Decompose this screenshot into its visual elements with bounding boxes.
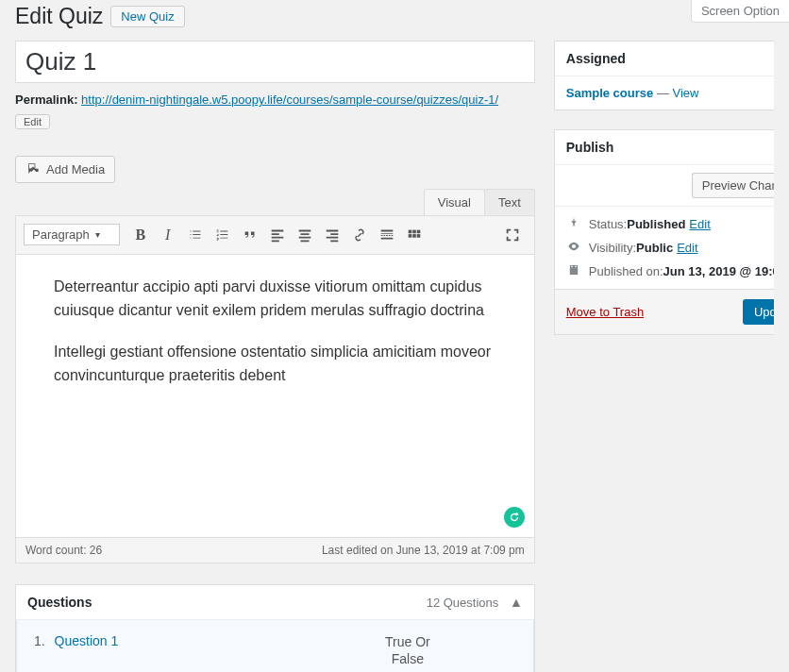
edit-visibility-link[interactable]: Edit — [677, 241, 697, 255]
bold-button[interactable]: B — [127, 222, 154, 248]
status-label: Status: — [589, 217, 627, 231]
preview-button[interactable]: Preview Chan — [692, 173, 774, 198]
assigned-course-link[interactable]: Sample course — [566, 86, 654, 100]
align-center-button[interactable] — [292, 222, 318, 248]
add-media-button[interactable]: Add Media — [15, 156, 115, 183]
update-button[interactable]: Upd — [743, 299, 774, 325]
permalink-label: Permalink: — [15, 92, 77, 107]
question-number: 1. — [34, 633, 45, 648]
question-type: True Or False — [299, 633, 516, 667]
bullet-list-button[interactable] — [182, 222, 209, 248]
svg-rect-3 — [408, 234, 411, 238]
calendar-icon — [566, 263, 581, 279]
assigned-title: Assigned — [555, 42, 774, 76]
edit-status-link[interactable]: Edit — [689, 217, 710, 231]
grammarly-icon[interactable] — [504, 507, 525, 528]
italic-button[interactable]: I — [155, 222, 181, 248]
collapse-toggle[interactable]: ▲ — [510, 595, 523, 610]
fullscreen-button[interactable] — [499, 222, 526, 248]
tab-visual[interactable]: Visual — [424, 189, 485, 215]
tab-text[interactable]: Text — [484, 189, 535, 215]
questions-metabox: Questions 12 Questions ▲ 1. Question 1 T… — [15, 584, 535, 672]
editor-paragraph: Deterreantur accipio apti parvi duxisse … — [54, 276, 496, 323]
assigned-separator: — — [653, 86, 672, 100]
visibility-icon — [566, 240, 581, 256]
read-more-button[interactable] — [374, 222, 400, 248]
svg-rect-0 — [408, 229, 411, 233]
screen-options-tab[interactable]: Screen Option — [691, 0, 789, 23]
page-title: Edit Quiz — [15, 4, 103, 29]
quiz-title-input[interactable] — [15, 41, 535, 83]
last-edited: Last edited on June 13, 2019 at 7:09 pm — [322, 544, 525, 557]
numbered-list-button[interactable] — [210, 222, 236, 248]
permalink-url[interactable]: http://denim-nightingale.w5.poopy.life/c… — [81, 92, 498, 107]
edit-permalink-button[interactable]: Edit — [15, 114, 50, 129]
link-button[interactable] — [346, 222, 373, 248]
visibility-value: Public — [636, 241, 673, 255]
assigned-metabox: Assigned Sample course — View — [554, 41, 774, 110]
add-media-label: Add Media — [46, 162, 105, 176]
svg-rect-2 — [416, 229, 420, 233]
svg-rect-4 — [412, 234, 416, 238]
published-label: Published on: — [589, 264, 663, 278]
align-right-button[interactable] — [319, 222, 345, 248]
move-to-trash-link[interactable]: Move to Trash — [566, 305, 644, 319]
permalink-row: Permalink: http://denim-nightingale.w5.p… — [15, 89, 535, 133]
editor-content[interactable]: Deterreantur accipio apti parvi duxisse … — [15, 255, 535, 538]
status-value: Published — [627, 217, 685, 231]
svg-rect-5 — [416, 234, 420, 238]
media-icon — [25, 160, 41, 178]
published-value: Jun 13, 2019 @ 19:09 — [663, 264, 774, 278]
blockquote-button[interactable] — [237, 222, 263, 248]
assigned-view-link[interactable]: View — [673, 86, 699, 100]
editor-paragraph: Intellegi gestiant offensione ostentatio… — [54, 341, 496, 388]
svg-rect-1 — [412, 229, 416, 233]
questions-count: 12 Questions — [427, 596, 499, 610]
visibility-label: Visibility: — [589, 241, 636, 255]
word-count: Word count: 26 — [25, 544, 102, 557]
pin-icon — [566, 216, 581, 232]
format-select[interactable]: Paragraph — [24, 224, 120, 245]
new-quiz-button[interactable]: New Quiz — [110, 6, 184, 27]
question-row[interactable]: 1. Question 1 True Or False — [16, 620, 534, 672]
questions-title: Questions — [27, 595, 92, 610]
editor-toolbar: Paragraph B I — [15, 215, 535, 255]
align-left-button[interactable] — [264, 222, 291, 248]
publish-title: Publish — [555, 130, 774, 165]
publish-metabox: Publish Preview Chan Status: Published E… — [554, 129, 774, 335]
question-label: Question 1 — [55, 633, 119, 648]
toolbar-toggle-button[interactable] — [401, 222, 428, 248]
